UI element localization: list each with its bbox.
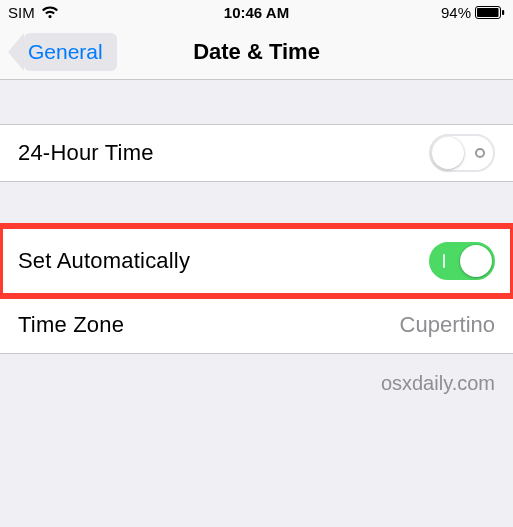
watermark-label: osxdaily.com	[0, 354, 513, 395]
row-set-automatically[interactable]: Set Automatically	[0, 226, 513, 296]
status-bar: SIM 10:46 AM 94%	[0, 0, 513, 24]
section-gap	[0, 182, 513, 226]
row-label-24-hour: 24-Hour Time	[18, 140, 154, 166]
toggle-knob	[460, 245, 492, 277]
nav-bar: General Date & Time	[0, 24, 513, 80]
battery-icon	[475, 6, 505, 19]
row-value-time-zone: Cupertino	[400, 312, 495, 338]
settings-group: Set Automatically Time Zone Cupertino	[0, 226, 513, 354]
toggle-24-hour-time[interactable]	[429, 134, 495, 172]
toggle-set-automatically[interactable]	[429, 242, 495, 280]
status-time: 10:46 AM	[224, 4, 289, 21]
back-button-label: General	[24, 40, 103, 64]
carrier-label: SIM	[8, 4, 35, 21]
row-label-time-zone: Time Zone	[18, 312, 124, 338]
back-button[interactable]: General	[24, 33, 117, 71]
status-right: 94%	[441, 4, 505, 21]
svg-rect-2	[502, 10, 504, 15]
wifi-icon	[41, 6, 59, 19]
back-chevron-icon	[8, 33, 24, 71]
section-gap	[0, 80, 513, 124]
toggle-off-indicator-icon	[475, 148, 485, 158]
toggle-on-indicator-icon	[443, 254, 445, 268]
row-label-set-auto: Set Automatically	[18, 248, 190, 274]
battery-percent-label: 94%	[441, 4, 471, 21]
svg-rect-1	[477, 8, 499, 17]
row-time-zone[interactable]: Time Zone Cupertino	[0, 296, 513, 354]
row-24-hour-time[interactable]: 24-Hour Time	[0, 124, 513, 182]
status-left: SIM	[8, 4, 59, 21]
toggle-knob	[432, 137, 464, 169]
page-title: Date & Time	[193, 39, 320, 65]
